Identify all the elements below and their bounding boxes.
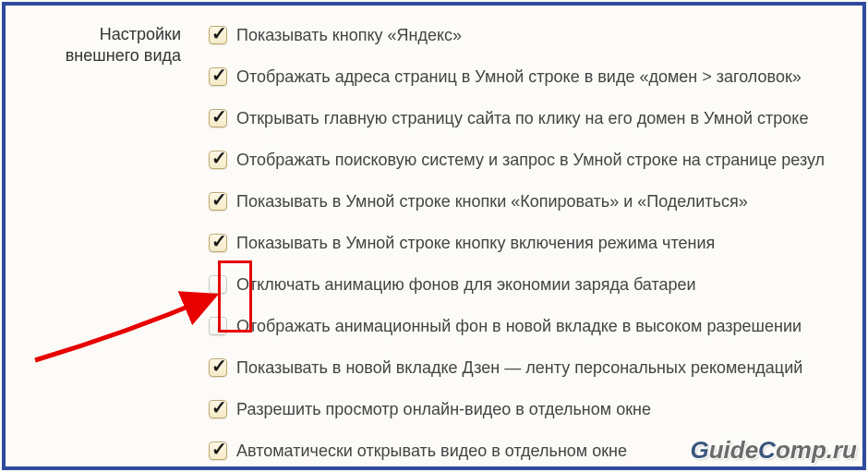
option-row[interactable]: ✓ Отображать поисковую систему и запрос … — [209, 149, 853, 171]
option-row[interactable]: ✓ Показывать в Умной строке кнопку включ… — [209, 232, 853, 254]
check-icon: ✓ — [211, 440, 227, 458]
check-icon: ✓ — [211, 149, 227, 167]
option-label: Разрешить просмотр онлайн-видео в отдель… — [236, 400, 651, 419]
check-icon: ✓ — [211, 24, 227, 42]
checkbox-animated-bg-highres[interactable] — [209, 317, 227, 335]
option-row[interactable]: ✓ Отображать адреса страниц в Умной стро… — [209, 66, 853, 88]
settings-panel: Настройки внешнего вида ✓ Показывать кно… — [2, 2, 866, 470]
option-row[interactable]: ✓ Показывать кнопку «Яндекс» — [209, 24, 853, 46]
checkbox-copy-share-buttons[interactable]: ✓ — [209, 192, 227, 211]
option-label: Отображать адреса страниц в Умной строке… — [236, 67, 802, 87]
checkbox-open-main-page[interactable]: ✓ — [209, 109, 227, 127]
checkbox-zen-feed[interactable]: ✓ — [209, 358, 227, 377]
option-row[interactable]: Отключать анимацию фонов для экономии за… — [209, 273, 853, 296]
check-icon: ✓ — [211, 357, 227, 375]
checkbox-video-popup[interactable]: ✓ — [209, 400, 227, 418]
check-icon: ✓ — [211, 398, 227, 417]
checkbox-auto-video-popup[interactable]: ✓ — [209, 442, 227, 460]
option-row[interactable]: Отображать анимационный фон в новой вкла… — [209, 315, 853, 337]
option-label: Отображать поисковую систему и запрос в … — [236, 151, 825, 170]
checkbox-disable-animation[interactable] — [209, 275, 227, 294]
options-list: ✓ Показывать кнопку «Яндекс» ✓ Отображат… — [209, 24, 862, 472]
option-row[interactable]: ✓ Показывать в новой вкладке Дзен — лент… — [209, 357, 853, 379]
option-label: Показывать в Умной строке кнопку включен… — [236, 234, 715, 253]
checkbox-address-format[interactable]: ✓ — [209, 67, 227, 86]
check-icon: ✓ — [211, 232, 227, 250]
checkbox-reading-mode[interactable]: ✓ — [209, 234, 227, 252]
option-label: Показывать в Умной строке кнопки «Копиро… — [236, 192, 748, 212]
option-label: Отключать анимацию фонов для экономии за… — [236, 275, 696, 295]
check-icon: ✓ — [211, 66, 227, 84]
checkbox-show-search-engine[interactable]: ✓ — [209, 151, 227, 169]
option-label: Отображать анимационный фон в новой вкла… — [236, 317, 802, 336]
option-row[interactable]: ✓ Открывать главную страницу сайта по кл… — [209, 107, 853, 129]
checkbox-yandex-button[interactable]: ✓ — [209, 26, 227, 44]
check-icon: ✓ — [211, 190, 227, 209]
section-title: Настройки внешнего вида — [24, 24, 209, 472]
option-row[interactable]: ✓ Разрешить просмотр онлайн-видео в отде… — [209, 398, 853, 420]
watermark: GuideComp.ru — [690, 436, 857, 465]
option-label: Показывать кнопку «Яндекс» — [236, 26, 462, 45]
option-label: Показывать в новой вкладке Дзен — ленту … — [236, 358, 802, 378]
option-label: Открывать главную страницу сайта по клик… — [236, 109, 808, 128]
option-label: Автоматически открывать видео в отдельно… — [236, 442, 627, 461]
option-row[interactable]: ✓ Показывать в Умной строке кнопки «Копи… — [209, 190, 853, 212]
check-icon: ✓ — [211, 107, 227, 126]
